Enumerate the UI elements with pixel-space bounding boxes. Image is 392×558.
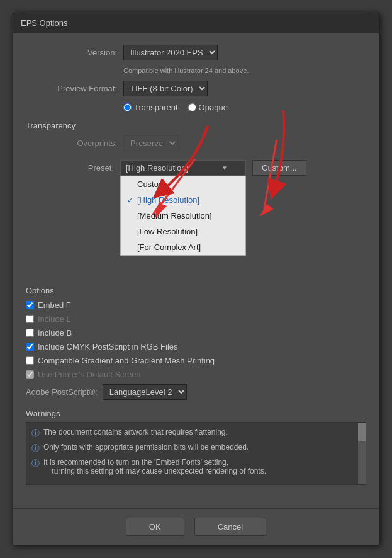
transparent-label: Transparent <box>134 103 178 112</box>
preset-dropdown-button[interactable]: [High Resolution] ▼ <box>120 160 246 176</box>
options-label: Options <box>26 286 366 295</box>
warnings-box: ⓘ The document contains artwork that req… <box>26 422 366 485</box>
use-printer-label: Use Printer's Default Screen <box>38 370 141 379</box>
compat-gradient-checkbox[interactable] <box>26 356 34 365</box>
info-icon-1: ⓘ <box>31 428 40 439</box>
transparency-options: Transparent Opaque <box>123 103 366 112</box>
preview-row: Preview Format: TIFF (8-bit Color) <box>26 81 366 96</box>
cancel-button[interactable]: Cancel <box>194 518 266 536</box>
overprints-label: Overprints: <box>26 139 117 148</box>
embed-fonts-label: Embed F <box>38 300 71 310</box>
compat-gradient-row: Compatible Gradient and Gradient Mesh Pr… <box>26 356 366 365</box>
warning-text-1: The document contains artwork that requi… <box>43 428 228 436</box>
overprints-row: Overprints: Preserve <box>26 135 366 151</box>
check-icon: ✓ <box>127 196 133 205</box>
preset-value: [High Resolution] <box>126 163 188 173</box>
dialog-footer: OK Cancel <box>13 508 379 545</box>
arrow-right <box>259 140 277 217</box>
postscript-row: Adobe PostScript®: LanguageLevel 2 <box>26 384 366 400</box>
opaque-radio[interactable] <box>188 103 196 111</box>
include-cmyk-label: Include CMYK PostScript in RGB Files <box>38 342 178 351</box>
version-select[interactable]: Illustrator 2020 EPS <box>123 45 218 60</box>
transparent-radio[interactable] <box>123 103 132 111</box>
dropdown-label-medium-res: [Medium Resolution] <box>137 211 212 220</box>
include-cmyk-row: Include CMYK PostScript in RGB Files <box>26 342 366 351</box>
warning-text-2: Only fonts with appropriate permission b… <box>43 443 249 452</box>
info-icon-3: ⓘ <box>31 458 40 469</box>
postscript-label: Adobe PostScript®: <box>26 387 98 397</box>
preset-dropdown-menu: ✓ Custom ✓ [High Resolution] ✓ [Medium R… <box>120 176 246 256</box>
warnings-label: Warnings <box>26 409 366 418</box>
preset-label: Preset: <box>26 163 114 173</box>
eps-options-dialog: EPS Options Version: Illustrator 2020 EP… <box>13 13 379 545</box>
use-printer-checkbox[interactable] <box>26 370 34 379</box>
dropdown-item-complex-art[interactable]: ✓ [For Complex Art] <box>121 239 245 255</box>
preset-row: Preset: [High Resolution] ▼ ✓ Custom ✓ [… <box>26 160 366 176</box>
warnings-section: Warnings ⓘ The document contains artwork… <box>26 409 366 485</box>
dropdown-item-low-res[interactable]: ✓ [Low Resolution] <box>121 224 245 239</box>
options-section: Options Embed F Include L Include B Incl… <box>26 286 366 379</box>
postscript-select[interactable]: LanguageLevel 2 <box>103 384 187 400</box>
dropdown-label-low-res: [Low Resolution] <box>137 227 198 236</box>
use-printer-row: Use Printer's Default Screen <box>26 370 366 379</box>
include-b-label: Include B <box>38 328 72 338</box>
dialog-title: EPS Options <box>21 18 67 28</box>
overprints-select[interactable]: Preserve <box>123 135 178 151</box>
opaque-option[interactable]: Opaque <box>188 103 228 112</box>
compat-text: Compatible with Illustrator 24 and above… <box>123 67 366 74</box>
transparent-option[interactable]: Transparent <box>123 103 178 112</box>
preview-label: Preview Format: <box>26 84 117 93</box>
warning-text-3: It is recommended to turn on the 'Embed … <box>43 458 266 475</box>
version-label: Version: <box>26 48 117 57</box>
dropdown-item-custom[interactable]: ✓ Custom <box>121 176 245 192</box>
chevron-down-icon: ▼ <box>221 164 228 171</box>
include-b-checkbox[interactable] <box>26 329 34 337</box>
warnings-scrollbar[interactable] <box>358 423 366 484</box>
dropdown-label-complex-art: [For Complex Art] <box>137 242 201 252</box>
scrollbar-thumb[interactable] <box>358 423 366 441</box>
custom-button[interactable]: Custom... <box>252 160 306 176</box>
dropdown-item-high-res[interactable]: ✓ [High Resolution] <box>121 192 245 208</box>
svg-marker-4 <box>259 204 274 217</box>
dropdown-label-high-res: [High Resolution] <box>137 195 199 205</box>
dropdown-label-custom: Custom <box>137 179 165 189</box>
include-b-row: Include B <box>26 328 366 338</box>
preset-dropdown-container: [High Resolution] ▼ ✓ Custom ✓ [High Res… <box>120 160 246 176</box>
title-bar: EPS Options <box>13 13 379 33</box>
compat-gradient-label: Compatible Gradient and Gradient Mesh Pr… <box>38 356 215 365</box>
embed-fonts-row: Embed F <box>26 300 366 310</box>
warning-item-2: ⓘ Only fonts with appropriate permission… <box>31 443 361 454</box>
ok-button[interactable]: OK <box>126 518 184 536</box>
dialog-content: Version: Illustrator 2020 EPS Compatible… <box>13 33 379 508</box>
embed-fonts-checkbox[interactable] <box>26 301 34 309</box>
info-icon-2: ⓘ <box>31 443 40 454</box>
include-linked-label: Include L <box>38 314 71 324</box>
opaque-label: Opaque <box>199 103 228 112</box>
version-row: Version: Illustrator 2020 EPS <box>26 45 366 60</box>
include-linked-checkbox[interactable] <box>26 315 34 323</box>
warning-item-3: ⓘ It is recommended to turn on the 'Embe… <box>31 458 361 475</box>
preview-select[interactable]: TIFF (8-bit Color) <box>123 81 208 96</box>
warning-item-1: ⓘ The document contains artwork that req… <box>31 428 361 439</box>
include-linked-row: Include L <box>26 314 366 324</box>
include-cmyk-checkbox[interactable] <box>26 343 34 351</box>
dropdown-item-medium-res[interactable]: ✓ [Medium Resolution] <box>121 208 245 224</box>
transparency-section-label: Transparency <box>26 121 366 130</box>
